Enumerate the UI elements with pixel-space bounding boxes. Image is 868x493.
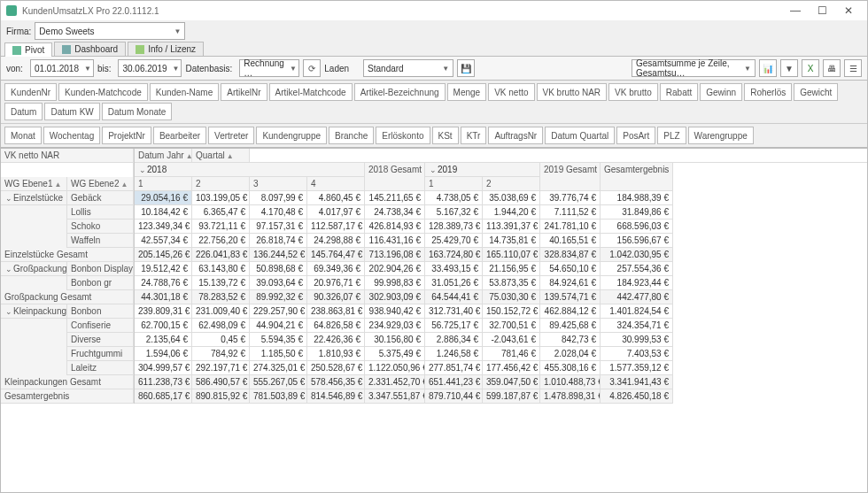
col-field-year[interactable]: Datum Jahr▲	[135, 149, 192, 163]
data-cell[interactable]: 250.528,67 €	[307, 361, 365, 375]
data-cell[interactable]: 24.738,34 €	[365, 205, 425, 220]
data-cell[interactable]: 781,46 €	[483, 347, 540, 361]
field-chip[interactable]: Bearbeiter	[153, 127, 206, 144]
field-chip[interactable]: Roherlös	[744, 83, 792, 101]
maximize-button[interactable]: ☐	[809, 4, 835, 17]
data-cell[interactable]: 312.731,40 €	[425, 304, 483, 319]
data-cell[interactable]: 26.818,74 €	[250, 234, 307, 248]
data-cell[interactable]: 24.788,76 €	[135, 276, 192, 290]
data-cell[interactable]: 4.170,48 €	[250, 205, 307, 220]
col-q[interactable]: 1	[135, 177, 192, 191]
data-cell[interactable]: 30.999,53 €	[601, 333, 673, 347]
col-q[interactable]: 3	[250, 177, 307, 191]
row-group1[interactable]	[1, 220, 67, 234]
collapse-icon[interactable]: ⌄	[4, 194, 13, 203]
data-cell[interactable]: 165.110,07 €	[483, 248, 540, 262]
field-chip[interactable]: Warengruppe	[688, 127, 754, 144]
print-button[interactable]: 🖶	[823, 59, 841, 77]
row-group2[interactable]: Bonbon gr	[67, 276, 134, 290]
data-cell[interactable]: 2.135,64 €	[135, 333, 192, 347]
von-date[interactable]: 01.01.2018▼	[30, 59, 94, 77]
col-year-2018[interactable]: ⌄2018	[135, 163, 365, 177]
col-q[interactable]: 2	[483, 177, 540, 191]
data-cell[interactable]: 1.401.824,54 €	[601, 304, 673, 319]
data-cell[interactable]: 229.257,90 €	[250, 304, 307, 319]
data-cell[interactable]: 462.884,12 €	[540, 304, 601, 319]
data-cell[interactable]: 938.940,42 €	[365, 304, 425, 319]
data-cell[interactable]: 177.456,42 €	[483, 361, 540, 375]
data-cell[interactable]: 10.184,42 €	[135, 205, 192, 220]
pivot-data-body[interactable]: ⌄EinzelstückeGebäck29.054,16 €103.199,05…	[1, 191, 867, 492]
row-subtotal[interactable]: Großpackung Gesamt	[1, 290, 134, 304]
data-cell[interactable]: 4.860,45 €	[307, 191, 365, 205]
data-cell[interactable]: 3.341.941,43 €	[601, 375, 673, 389]
field-chip[interactable]: Branche	[329, 127, 374, 144]
data-cell[interactable]: 442.477,80 €	[601, 290, 673, 304]
tab-info[interactable]: Info / Lizenz	[128, 42, 204, 56]
data-cell[interactable]: 274.325,01 €	[250, 361, 307, 375]
field-chip[interactable]: Menge	[447, 83, 487, 101]
field-chip[interactable]: AuftragsNr	[488, 127, 543, 144]
row-group2[interactable]: Diverse	[67, 333, 134, 347]
data-cell[interactable]: 205.145,26 €	[135, 248, 192, 262]
col-2019-total[interactable]: 2019 Gesamt	[540, 163, 601, 177]
data-cell[interactable]: 359.047,50 €	[483, 375, 540, 389]
collapse-icon[interactable]: ⌄	[4, 265, 13, 273]
field-chip[interactable]: Kunden-Name	[150, 83, 219, 101]
row-group1[interactable]	[1, 319, 67, 333]
data-cell[interactable]: 113.391,37 €	[483, 220, 540, 234]
data-cell[interactable]: 239.809,31 €	[135, 304, 192, 319]
row-group2[interactable]: Waffeln	[67, 234, 134, 248]
data-cell[interactable]: 184.923,44 €	[601, 276, 673, 290]
data-cell[interactable]: 455.308,16 €	[540, 361, 601, 375]
data-cell[interactable]: 30.156,80 €	[365, 333, 425, 347]
data-cell[interactable]: 238.863,81 €	[307, 304, 365, 319]
field-chip[interactable]: Kundengruppe	[256, 127, 327, 144]
data-cell[interactable]: 226.041,83 €	[192, 248, 250, 262]
collapse-icon[interactable]: ⌄	[138, 166, 147, 174]
data-cell[interactable]: 29.054,16 €	[135, 191, 192, 205]
refresh-button[interactable]: ⟳	[303, 59, 321, 77]
data-cell[interactable]: 56.725,17 €	[425, 319, 483, 333]
data-cell[interactable]: 0,45 €	[192, 333, 250, 347]
data-cell[interactable]: 15.139,72 €	[192, 276, 250, 290]
data-cell[interactable]: 103.199,05 €	[192, 191, 250, 205]
data-cell[interactable]: 5.375,49 €	[365, 347, 425, 361]
summe-select[interactable]: Gesamtsumme je Zeile, Gesamtsu…▼	[632, 59, 756, 77]
data-cell[interactable]: 156.596,67 €	[601, 234, 673, 248]
data-cell[interactable]: 40.165,51 €	[540, 234, 601, 248]
row-field-wg1[interactable]: WG Ebene1▲	[1, 177, 67, 191]
row-group2[interactable]: Gebäck	[67, 191, 134, 205]
data-cell[interactable]: 112.587,17 €	[307, 220, 365, 234]
row-group1[interactable]	[1, 333, 67, 347]
data-cell[interactable]: 5.594,35 €	[250, 333, 307, 347]
data-cell[interactable]: 277.851,74 €	[425, 361, 483, 375]
data-cell[interactable]: 64.544,41 €	[425, 290, 483, 304]
data-cell[interactable]: 63.143,80 €	[192, 262, 250, 276]
data-cell[interactable]: 1.185,50 €	[250, 347, 307, 361]
col-q[interactable]: 2	[192, 177, 250, 191]
data-cell[interactable]: 1.010.488,73 €	[540, 375, 601, 389]
field-chip[interactable]: Gewicht	[794, 83, 838, 101]
data-cell[interactable]: 62.700,15 €	[135, 319, 192, 333]
layout-select[interactable]: Standard▼	[363, 59, 453, 77]
data-cell[interactable]: 139.574,71 €	[540, 290, 601, 304]
data-cell[interactable]: 35.038,69 €	[483, 191, 540, 205]
row-group2[interactable]: Bonbon Display	[67, 262, 134, 276]
field-chip[interactable]: KundenNr	[4, 83, 57, 101]
data-cell[interactable]: 25.429,70 €	[425, 234, 483, 248]
data-cell[interactable]: 842,73 €	[540, 333, 601, 347]
data-cell[interactable]: 75.030,30 €	[483, 290, 540, 304]
data-cell[interactable]: 136.244,52 €	[250, 248, 307, 262]
field-chip[interactable]: VK netto	[488, 83, 534, 101]
col-q[interactable]: 4	[307, 177, 365, 191]
field-chip[interactable]: Datum KW	[44, 103, 99, 120]
col-year-2019[interactable]: ⌄2019	[425, 163, 540, 177]
data-cell[interactable]: 78.283,52 €	[192, 290, 250, 304]
data-cell[interactable]: 6.365,47 €	[192, 205, 250, 220]
minimize-button[interactable]: —	[782, 4, 809, 17]
field-chip[interactable]: Gewinn	[700, 83, 742, 101]
data-cell[interactable]: 62.498,09 €	[192, 319, 250, 333]
data-cell[interactable]: 890.815,92 €	[192, 389, 250, 404]
data-cell[interactable]: 668.596,03 €	[601, 220, 673, 234]
